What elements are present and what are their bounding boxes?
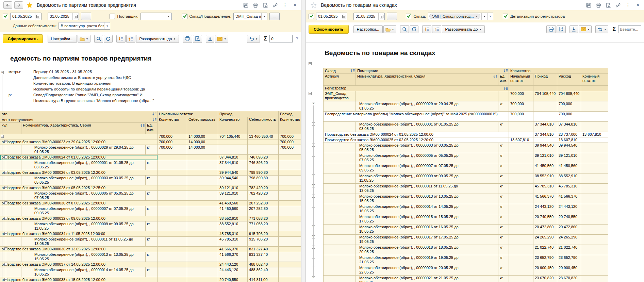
group-cell[interactable]: оизводство без заказа ЭМ00-000026 от 03.… [0,170,158,176]
cell[interactable]: 39 121,010 [218,185,248,191]
close-icon[interactable]: × [635,2,641,8]
cell[interactable] [158,252,187,262]
cell[interactable] [324,143,356,153]
cell[interactable] [581,143,608,153]
cell[interactable] [509,255,533,265]
cell[interactable] [187,170,218,176]
cell[interactable] [581,184,608,194]
cell[interactable] [324,214,356,225]
expand-groups-button[interactable] [126,35,135,43]
cell[interactable]: 45 785,310 [218,237,248,247]
chevron-down-icon[interactable]: ▼ [481,13,487,20]
cell[interactable] [509,122,533,132]
cell[interactable] [509,132,533,137]
unit-cell[interactable]: кг [498,163,509,173]
cell[interactable] [581,163,608,173]
cell[interactable]: 488 862,40 [248,267,279,277]
cell[interactable]: 37 344,810 [218,155,248,160]
cell[interactable]: 45 785,310 [533,184,557,194]
cell[interactable]: 700,000 [509,91,533,101]
unit-cell[interactable]: кг [146,221,158,231]
expander-icon[interactable]: − [309,92,312,95]
cell[interactable]: 14 000,00 [187,139,218,145]
room-column-header[interactable]: Помещение [356,68,509,74]
undo-button[interactable]: ▼ [595,25,608,33]
cell[interactable]: 38 552,910 [533,173,557,184]
more-icon[interactable]: ⋮ [625,2,631,8]
cell[interactable]: 700,000 [557,112,581,122]
expander-icon[interactable]: + [312,154,315,157]
report-variants-button[interactable]: ▼ [78,35,90,43]
registrar-cell[interactable]: Производство без заказа ЭМ00-000025 от 0… [324,137,509,143]
cell[interactable] [279,160,301,170]
nomenclature-cell[interactable]: Молоко обезжиренное (обрат), , 00000001 … [356,122,498,132]
cell[interactable]: 24 443,120 [557,204,581,214]
cell[interactable]: 39 121,010 [218,191,248,201]
period-options-button[interactable]: ... [387,13,397,20]
cell[interactable]: 39 121,010 [533,153,557,163]
cell[interactable] [279,170,301,176]
unit-cell[interactable]: кг [498,255,509,265]
cell[interactable] [509,225,533,235]
cell[interactable] [509,143,533,153]
back-button[interactable] [3,1,12,9]
cell[interactable]: 24 443,120 [218,267,248,277]
cell[interactable] [187,247,218,252]
column-header[interactable]: Себестоимость [187,117,218,134]
cell[interactable] [279,262,301,267]
cell[interactable] [158,277,187,282]
unit-cell[interactable]: кг [498,101,509,112]
cell[interactable] [187,206,218,216]
unit-cell[interactable]: кг [146,252,158,262]
expander-icon[interactable]: − [312,102,315,105]
cell[interactable]: 39 944,540 [218,176,248,185]
cell[interactable]: 39 121,010 [557,153,581,163]
unit-cell[interactable]: кг [498,265,509,276]
unit-cell[interactable]: кг [498,153,509,163]
close-icon[interactable]: × [292,2,298,8]
undo-button[interactable]: ▼ [247,35,260,43]
warehouse-combo[interactable]: ЭМП_Склад п▼ [233,13,267,20]
cell[interactable]: 700,000 [279,134,301,139]
link-icon[interactable] [273,2,278,8]
forward-button[interactable] [14,1,23,9]
print-button[interactable] [546,25,556,33]
nomenclature-header[interactable]: Номенклатура, Характеристика, Серия [356,74,498,86]
cell[interactable]: 915 706,20 [248,237,279,247]
expander-icon[interactable]: + [312,276,315,279]
unit-cell[interactable]: кг [146,206,158,216]
group-cell[interactable]: оизводство без заказа ЭМ00-000024 от 01.… [0,155,158,160]
cell[interactable]: 23 652,790 [557,255,581,265]
cell[interactable] [324,235,356,245]
date-from-field[interactable]: 01.05.2025 [10,13,42,20]
column-header[interactable]: Расход [557,74,581,86]
warehouse-options-button[interactable]: ... [269,13,280,20]
cell[interactable]: 38 552,910 [557,173,581,184]
nomenclature-cell[interactable]: Молоко обезжиренное (обрат), , 00000015 … [356,214,498,225]
group-cell[interactable]: оизводство без заказа ЭМ00-000037 от 14.… [0,262,158,267]
article-header[interactable]: кул [0,123,21,134]
cell[interactable]: 798 890,80 [248,170,279,176]
opening-balance-header[interactable]: Начальный остаток [158,111,218,117]
cell[interactable] [158,191,187,201]
unit-cell[interactable]: кг [146,237,158,247]
cell[interactable] [581,225,608,235]
cell[interactable]: 39 944,540 [533,143,557,153]
print-icon[interactable] [596,2,601,8]
cell[interactable]: 700,000 [158,139,187,145]
cell[interactable] [279,176,301,185]
search-button[interactable] [94,35,103,43]
cell[interactable]: 20 740,550 [557,214,581,225]
cell[interactable]: 39 944,540 [557,143,581,153]
cell[interactable] [324,101,356,112]
cell[interactable]: 21 022,740 [533,245,557,255]
cell[interactable] [158,185,187,191]
cell[interactable] [509,153,533,163]
group-cell[interactable]: оизводство без заказа ЭМ00-000028 от 05.… [0,185,158,191]
expander-icon[interactable]: + [312,235,315,238]
cell[interactable]: 24 265,290 [557,235,581,245]
cell[interactable]: 700,000 [557,101,581,112]
nomenclature-cell[interactable]: Молоко обезжиренное (обрат), , 00000001 … [21,160,146,170]
cell[interactable]: 746 896,20 [248,160,279,170]
print-preview-button[interactable] [193,35,202,43]
